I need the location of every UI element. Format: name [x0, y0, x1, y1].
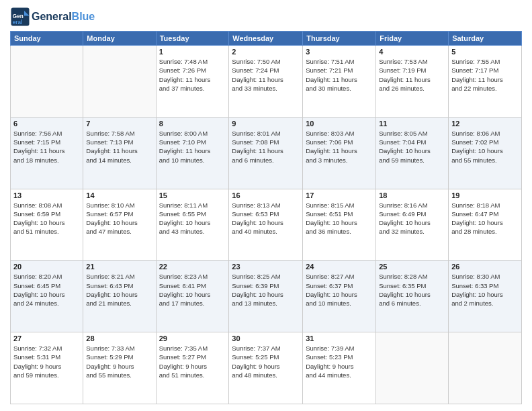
day-info: Sunrise: 7:58 AM Sunset: 7:13 PM Dayligh…	[86, 129, 152, 165]
calendar-cell: 18Sunrise: 8:16 AM Sunset: 6:49 PM Dayli…	[376, 189, 449, 261]
day-number: 15	[159, 191, 226, 199]
day-info: Sunrise: 8:23 AM Sunset: 6:41 PM Dayligh…	[159, 272, 226, 308]
calendar-cell: 6Sunrise: 7:56 AM Sunset: 7:15 PM Daylig…	[11, 117, 83, 189]
calendar-cell: 23Sunrise: 8:25 AM Sunset: 6:39 PM Dayli…	[229, 261, 303, 332]
day-info: Sunrise: 8:30 AM Sunset: 6:33 PM Dayligh…	[451, 272, 519, 308]
header-row: SundayMondayTuesdayWednesdayThursdayFrid…	[11, 32, 522, 46]
day-number: 14	[86, 191, 152, 199]
calendar-cell: 13Sunrise: 8:08 AM Sunset: 6:59 PM Dayli…	[11, 189, 83, 261]
calendar-cell: 15Sunrise: 8:11 AM Sunset: 6:55 PM Dayli…	[156, 189, 229, 261]
week-row-5: 27Sunrise: 7:32 AM Sunset: 5:31 PM Dayli…	[11, 332, 522, 404]
day-number: 19	[451, 191, 519, 199]
calendar-cell: 8Sunrise: 8:00 AM Sunset: 7:10 PM Daylig…	[156, 117, 229, 189]
day-info: Sunrise: 8:15 AM Sunset: 6:51 PM Dayligh…	[306, 201, 373, 236]
logo-text: GeneralBlue	[32, 11, 95, 23]
day-number: 20	[13, 263, 80, 271]
day-number: 22	[159, 263, 226, 271]
calendar-cell: 1Sunrise: 7:48 AM Sunset: 7:26 PM Daylig…	[156, 46, 229, 118]
calendar-cell: 16Sunrise: 8:13 AM Sunset: 6:53 PM Dayli…	[229, 189, 303, 261]
day-number: 8	[159, 120, 226, 128]
calendar-cell	[376, 332, 449, 404]
day-info: Sunrise: 8:18 AM Sunset: 6:47 PM Dayligh…	[451, 201, 519, 236]
day-info: Sunrise: 7:56 AM Sunset: 7:15 PM Dayligh…	[13, 129, 80, 165]
day-number: 10	[306, 120, 373, 128]
calendar-cell: 17Sunrise: 8:15 AM Sunset: 6:51 PM Dayli…	[303, 189, 376, 261]
day-number: 9	[232, 120, 300, 128]
day-info: Sunrise: 7:53 AM Sunset: 7:19 PM Dayligh…	[379, 57, 445, 93]
day-of-week-sunday: Sunday	[11, 32, 83, 46]
calendar-cell: 22Sunrise: 8:23 AM Sunset: 6:41 PM Dayli…	[156, 261, 229, 332]
day-info: Sunrise: 7:39 AM Sunset: 5:23 PM Dayligh…	[306, 344, 373, 379]
day-info: Sunrise: 8:05 AM Sunset: 7:04 PM Dayligh…	[379, 129, 445, 165]
calendar-cell: 28Sunrise: 7:33 AM Sunset: 5:29 PM Dayli…	[83, 332, 156, 404]
calendar-cell: 24Sunrise: 8:27 AM Sunset: 6:37 PM Dayli…	[303, 261, 376, 332]
day-info: Sunrise: 8:25 AM Sunset: 6:39 PM Dayligh…	[232, 272, 300, 308]
calendar-cell: 11Sunrise: 8:05 AM Sunset: 7:04 PM Dayli…	[376, 117, 449, 189]
day-of-week-thursday: Thursday	[303, 32, 376, 46]
header: Gen eral GeneralBlue	[10, 7, 522, 27]
day-info: Sunrise: 7:48 AM Sunset: 7:26 PM Dayligh…	[159, 57, 226, 93]
day-number: 2	[232, 48, 300, 56]
calendar-cell: 3Sunrise: 7:51 AM Sunset: 7:21 PM Daylig…	[303, 46, 376, 118]
day-of-week-saturday: Saturday	[449, 32, 522, 46]
day-number: 23	[232, 263, 300, 271]
day-of-week-friday: Friday	[376, 32, 449, 46]
logo: Gen eral GeneralBlue	[10, 7, 95, 27]
day-info: Sunrise: 8:11 AM Sunset: 6:55 PM Dayligh…	[159, 201, 226, 236]
calendar-cell: 21Sunrise: 8:21 AM Sunset: 6:43 PM Dayli…	[83, 261, 156, 332]
day-info: Sunrise: 7:35 AM Sunset: 5:27 PM Dayligh…	[159, 344, 226, 379]
day-number: 3	[306, 48, 373, 56]
day-info: Sunrise: 7:50 AM Sunset: 7:24 PM Dayligh…	[232, 57, 300, 93]
day-number: 16	[232, 191, 300, 199]
day-info: Sunrise: 8:10 AM Sunset: 6:57 PM Dayligh…	[86, 201, 152, 236]
day-info: Sunrise: 7:33 AM Sunset: 5:29 PM Dayligh…	[86, 344, 152, 379]
calendar-cell: 30Sunrise: 7:37 AM Sunset: 5:25 PM Dayli…	[229, 332, 303, 404]
day-of-week-monday: Monday	[83, 32, 156, 46]
day-info: Sunrise: 8:08 AM Sunset: 6:59 PM Dayligh…	[13, 201, 80, 236]
day-number: 29	[159, 334, 226, 342]
day-number: 26	[451, 263, 519, 271]
calendar-cell: 10Sunrise: 8:03 AM Sunset: 7:06 PM Dayli…	[303, 117, 376, 189]
week-row-4: 20Sunrise: 8:20 AM Sunset: 6:45 PM Dayli…	[11, 261, 522, 332]
day-number: 27	[13, 334, 80, 342]
calendar-cell: 4Sunrise: 7:53 AM Sunset: 7:19 PM Daylig…	[376, 46, 449, 118]
day-number: 12	[451, 120, 519, 128]
day-info: Sunrise: 8:21 AM Sunset: 6:43 PM Dayligh…	[86, 272, 152, 308]
day-info: Sunrise: 8:01 AM Sunset: 7:08 PM Dayligh…	[232, 129, 300, 165]
week-row-1: 1Sunrise: 7:48 AM Sunset: 7:26 PM Daylig…	[11, 46, 522, 118]
day-number: 6	[13, 120, 80, 128]
day-number: 31	[306, 334, 373, 342]
day-info: Sunrise: 8:27 AM Sunset: 6:37 PM Dayligh…	[306, 272, 373, 308]
day-number: 5	[451, 48, 519, 56]
day-info: Sunrise: 8:06 AM Sunset: 7:02 PM Dayligh…	[451, 129, 519, 165]
calendar-cell: 14Sunrise: 8:10 AM Sunset: 6:57 PM Dayli…	[83, 189, 156, 261]
day-number: 28	[86, 334, 152, 342]
day-number: 13	[13, 191, 80, 199]
day-info: Sunrise: 8:28 AM Sunset: 6:35 PM Dayligh…	[379, 272, 445, 308]
day-info: Sunrise: 8:13 AM Sunset: 6:53 PM Dayligh…	[232, 201, 300, 236]
day-number: 17	[306, 191, 373, 199]
day-number: 30	[232, 334, 300, 342]
calendar-cell: 5Sunrise: 7:55 AM Sunset: 7:17 PM Daylig…	[449, 46, 522, 118]
day-number: 11	[379, 120, 445, 128]
calendar-cell: 9Sunrise: 8:01 AM Sunset: 7:08 PM Daylig…	[229, 117, 303, 189]
week-row-2: 6Sunrise: 7:56 AM Sunset: 7:15 PM Daylig…	[11, 117, 522, 189]
calendar-cell	[11, 46, 83, 118]
day-number: 24	[306, 263, 373, 271]
calendar-cell: 20Sunrise: 8:20 AM Sunset: 6:45 PM Dayli…	[11, 261, 83, 332]
calendar-cell: 25Sunrise: 8:28 AM Sunset: 6:35 PM Dayli…	[376, 261, 449, 332]
day-of-week-wednesday: Wednesday	[229, 32, 303, 46]
calendar-cell: 31Sunrise: 7:39 AM Sunset: 5:23 PM Dayli…	[303, 332, 376, 404]
week-row-3: 13Sunrise: 8:08 AM Sunset: 6:59 PM Dayli…	[11, 189, 522, 261]
day-info: Sunrise: 7:55 AM Sunset: 7:17 PM Dayligh…	[451, 57, 519, 93]
day-number: 4	[379, 48, 445, 56]
day-number: 21	[86, 263, 152, 271]
day-number: 18	[379, 191, 445, 199]
day-info: Sunrise: 7:37 AM Sunset: 5:25 PM Dayligh…	[232, 344, 300, 379]
day-number: 1	[159, 48, 226, 56]
calendar-table: SundayMondayTuesdayWednesdayThursdayFrid…	[10, 31, 522, 404]
day-of-week-tuesday: Tuesday	[156, 32, 229, 46]
day-info: Sunrise: 8:03 AM Sunset: 7:06 PM Dayligh…	[306, 129, 373, 165]
svg-text:Gen: Gen	[13, 13, 24, 19]
calendar-cell	[449, 332, 522, 404]
